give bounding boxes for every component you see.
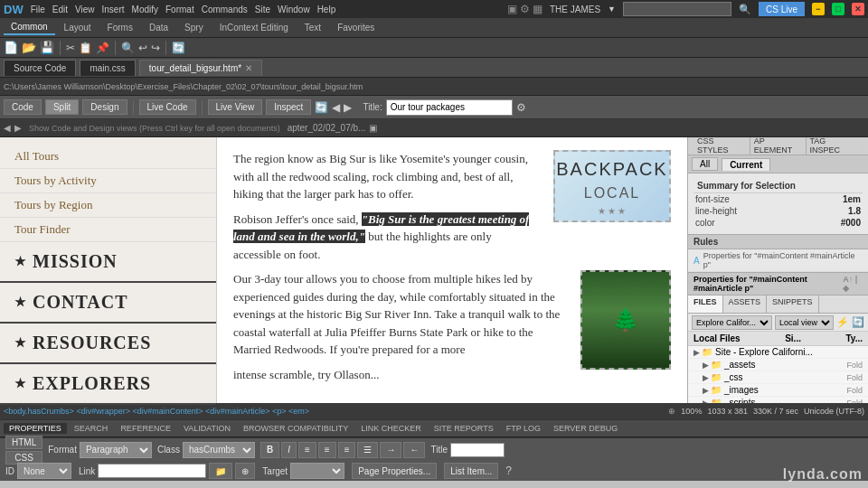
dropdown-arrow-title[interactable]: ▼ [608, 5, 616, 14]
split-button[interactable]: Split [45, 99, 79, 115]
sort-icons[interactable]: A↑ | ◆ [843, 275, 863, 293]
css-filter-icon[interactable]: ≡ [859, 141, 864, 152]
page-properties-btn[interactable]: Page Properties... [352, 463, 437, 479]
italic-btn[interactable]: I [281, 442, 297, 458]
props-tab-server[interactable]: SERVER DEBUG [548, 423, 623, 434]
nav-tours-activity[interactable]: Tours by Activity [0, 169, 216, 193]
menu-help[interactable]: Help [317, 5, 336, 14]
tab-incontext[interactable]: InContext Editing [212, 21, 296, 34]
tab-text[interactable]: Text [297, 21, 328, 34]
link-folder-btn[interactable]: 📁 [209, 463, 232, 479]
menu-view[interactable]: View [75, 5, 95, 14]
tab-favorites[interactable]: Favorites [330, 21, 382, 34]
search-icon[interactable]: 🔍 [739, 4, 751, 15]
link-input[interactable] [98, 464, 206, 478]
toolbar-undo[interactable]: ↩ [138, 42, 147, 54]
expand-scripts-icon[interactable]: ▶ [703, 399, 709, 404]
align-left-btn[interactable]: ≡ [298, 442, 316, 458]
inspect-button[interactable]: Inspect [266, 99, 311, 115]
prev-icon[interactable]: ◀ [332, 101, 340, 114]
file-item-site[interactable]: ▶ 📁 Site - Explore Californi... [688, 346, 868, 359]
window-minimize[interactable]: − [812, 3, 825, 15]
toolbar-paste[interactable]: 📌 [96, 42, 109, 54]
list-btn[interactable]: ☰ [357, 442, 378, 458]
class-select[interactable]: hasCrumbs [183, 442, 255, 458]
menu-window[interactable]: Window [278, 5, 310, 14]
align-center-btn[interactable]: ≡ [318, 442, 336, 458]
props-tab-linkchecker[interactable]: LINK CHECKER [355, 423, 427, 434]
nav-tours-region[interactable]: Tours by Region [0, 193, 216, 218]
toolbar-copy[interactable]: 📋 [79, 42, 92, 54]
css-rule-item1[interactable]: A Properties for "#mainContent #mainArti… [688, 249, 868, 272]
title-input[interactable] [386, 99, 513, 116]
expand-css-icon[interactable]: ▶ [703, 373, 709, 382]
refresh-icon[interactable]: 🔄 [315, 101, 328, 114]
align-right-btn[interactable]: ≡ [338, 442, 356, 458]
nav-section-mission[interactable]: ★ MISSION [0, 242, 216, 283]
html-mode-button[interactable]: HTML [5, 436, 42, 449]
files-tab-snippets[interactable]: SNIPPETS [767, 296, 819, 313]
menu-insert[interactable]: Insert [102, 5, 125, 14]
code-button[interactable]: Code [4, 99, 42, 115]
breadcrumb-icon[interactable]: ▣ [369, 123, 377, 133]
css-tab-tag[interactable]: TAG INSPEC [807, 137, 859, 155]
props-tab-sitereports[interactable]: SITE REPORTS [429, 423, 499, 434]
file-tab-main[interactable]: main.css [80, 60, 135, 76]
tab-forms[interactable]: Forms [100, 21, 140, 34]
props-tab-validation[interactable]: VALIDATION [178, 423, 236, 434]
tab-common[interactable]: Common [4, 20, 55, 35]
target-select[interactable] [290, 463, 344, 479]
css-tab-styles[interactable]: CSS STYLES [692, 137, 750, 155]
tab-all[interactable]: All [692, 157, 718, 171]
file-item-assets[interactable]: ▶ 📁 _assets Fold [688, 359, 868, 371]
files-tab-files[interactable]: FILES [688, 296, 723, 313]
expand-assets-icon[interactable]: ▶ [703, 361, 709, 370]
menu-site[interactable]: Site [255, 5, 270, 14]
toolbar-save[interactable]: 💾 [40, 41, 54, 54]
file-tab-source[interactable]: Source Code [4, 60, 76, 76]
toolbar-new[interactable]: 📄 [4, 41, 18, 54]
toolbar-find[interactable]: 🔍 [121, 42, 135, 54]
local-view-dropdown[interactable]: Local view [775, 315, 834, 330]
file-item-images[interactable]: ▶ 📁 _images Fold [688, 384, 868, 397]
files-connect-icon[interactable]: ⚡ [836, 316, 849, 328]
status-zoom-icon[interactable]: ⊕ [668, 407, 675, 416]
nav-section-explorers[interactable]: ★ EXPLORERS [0, 364, 216, 405]
explore-dropdown[interactable]: Explore Califor... [692, 315, 772, 330]
file-tab-active[interactable]: tour_detail_bigsur.htm* ✕ [139, 60, 262, 76]
nav-tour-finder[interactable]: Tour Finder [0, 218, 216, 242]
menu-edit[interactable]: Edit [52, 5, 68, 14]
toolbar-redo[interactable]: ↪ [151, 42, 160, 54]
props-tab-browser[interactable]: BROWSER COMPATIBILITY [238, 423, 354, 434]
props-tab-reference[interactable]: REFERENCE [115, 423, 176, 434]
tab-layout[interactable]: Layout [57, 21, 99, 34]
close-tab-icon[interactable]: ✕ [245, 63, 252, 73]
id-select[interactable]: None [17, 463, 71, 479]
title-settings-icon[interactable]: ⚙ [516, 101, 526, 114]
nav-section-contact[interactable]: ★ CONTACT [0, 283, 216, 324]
props-tab-properties[interactable]: PROPERTIES [4, 423, 67, 434]
menu-file[interactable]: File [31, 5, 45, 14]
expand-images-icon[interactable]: ▶ [703, 386, 709, 395]
tab-spry[interactable]: Spry [177, 21, 211, 34]
help-icon[interactable]: ? [505, 465, 512, 477]
live-code-button[interactable]: Live Code [139, 99, 196, 115]
outdent-btn[interactable]: ← [403, 442, 425, 458]
toolbar-open[interactable]: 📂 [22, 41, 36, 54]
window-close[interactable]: ✕ [852, 3, 864, 15]
nav-next[interactable]: ▶ [14, 123, 22, 133]
next-icon[interactable]: ▶ [344, 101, 352, 114]
link-target-btn[interactable]: ⊕ [235, 463, 255, 479]
nav-all-tours[interactable]: All Tours [0, 145, 216, 169]
title-prop-input[interactable] [450, 443, 505, 457]
files-tab-assets[interactable]: ASSETS [723, 296, 768, 313]
bold-btn[interactable]: B [260, 442, 279, 458]
tab-data[interactable]: Data [142, 21, 175, 34]
nav-section-resources[interactable]: ★ RESOURCES [0, 324, 216, 364]
cs-live-button[interactable]: CS Live [759, 2, 805, 16]
menu-format[interactable]: Format [165, 5, 194, 14]
nav-prev[interactable]: ◀ [4, 123, 11, 133]
window-maximize[interactable]: □ [832, 3, 844, 15]
design-button[interactable]: Design [82, 99, 127, 115]
expand-site-icon[interactable]: ▶ [693, 348, 700, 357]
